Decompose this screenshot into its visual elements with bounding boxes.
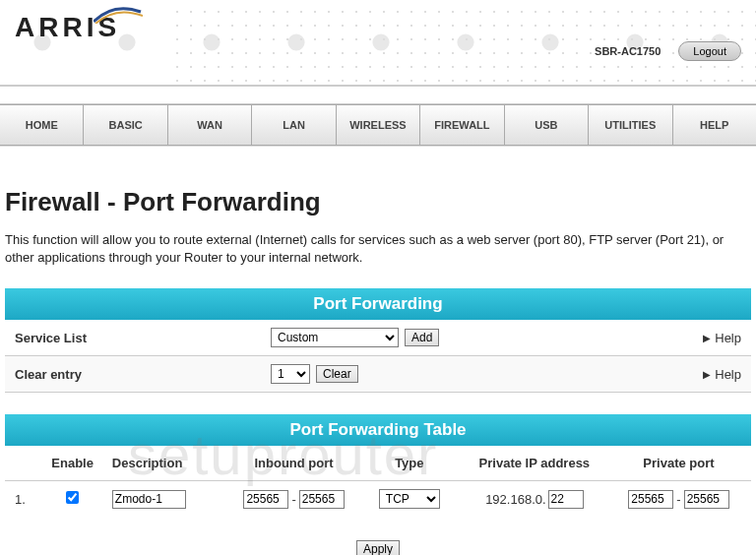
description-input[interactable]	[112, 490, 186, 509]
port-forwarding-header: Port Forwarding	[5, 288, 751, 320]
apply-button[interactable]: Apply	[356, 540, 400, 555]
service-list-label: Service List	[15, 331, 271, 345]
nav-spacer2	[0, 146, 756, 155]
table-header-title: Port Forwarding Table	[5, 414, 751, 446]
header-area: ARRIS SBR-AC1750 Logout	[0, 0, 756, 87]
dash: -	[676, 492, 680, 507]
nav-utilities[interactable]: UTILITIES	[589, 105, 672, 145]
model-label: SBR-AC1750	[595, 45, 661, 57]
help-link-service[interactable]: ▶ Help	[672, 331, 741, 345]
col-description: Description	[106, 456, 221, 470]
table-columns-row: Enable Description Inbound port Type Pri…	[5, 446, 751, 481]
enable-checkbox[interactable]	[66, 491, 79, 504]
col-privport: Private port	[616, 456, 741, 470]
nav-wan[interactable]: WAN	[168, 105, 252, 145]
clear-entry-label: Clear entry	[15, 367, 271, 382]
col-privip: Private IP address	[453, 456, 616, 470]
logo-swoosh-icon	[94, 4, 143, 24]
inbound-end-input[interactable]	[299, 490, 345, 509]
nav-basic[interactable]: BASIC	[84, 105, 167, 145]
help-link-clear[interactable]: ▶ Help	[672, 367, 741, 382]
col-type: Type	[366, 456, 453, 470]
chevron-right-icon: ▶	[703, 333, 711, 343]
brand-logo: ARRIS	[15, 12, 120, 43]
port-forwarding-section: Port Forwarding Service List Custom Add …	[5, 288, 751, 393]
table-row: 1. - TCP 192.168.0.	[5, 481, 751, 517]
ip-prefix: 192.168.0.	[485, 492, 545, 507]
nav-help[interactable]: HELP	[673, 105, 756, 145]
page-title: Firewall - Port Forwarding	[5, 187, 751, 217]
private-start-input[interactable]	[628, 490, 673, 509]
col-enable: Enable	[38, 456, 105, 470]
col-inbound: Inbound port	[221, 456, 366, 470]
nav-wireless[interactable]: WIRELESS	[337, 105, 420, 145]
type-select[interactable]: TCP	[379, 489, 440, 509]
nav-spacer	[0, 87, 756, 104]
page-description: This function will allow you to route ex…	[5, 231, 748, 267]
inbound-start-input[interactable]	[243, 490, 288, 509]
private-end-input[interactable]	[684, 490, 729, 509]
nav-firewall[interactable]: FIREWALL	[420, 105, 504, 145]
nav-lan[interactable]: LAN	[252, 105, 336, 145]
main-nav: HOME BASIC WAN LAN WIRELESS FIREWALL USB…	[0, 104, 756, 146]
private-ip-input[interactable]	[548, 490, 584, 509]
chevron-right-icon: ▶	[703, 369, 711, 380]
clear-button[interactable]: Clear	[316, 365, 358, 383]
service-list-select[interactable]: Custom	[271, 328, 399, 347]
nav-usb[interactable]: USB	[505, 105, 589, 145]
clear-entry-select[interactable]: 1	[271, 364, 310, 384]
add-button[interactable]: Add	[405, 329, 439, 346]
nav-home[interactable]: HOME	[0, 105, 84, 145]
main-content: Firewall - Port Forwarding This function…	[0, 155, 756, 555]
dash: -	[291, 492, 295, 507]
row-number: 1.	[15, 492, 38, 507]
port-forwarding-table-section: Port Forwarding Table Enable Description…	[5, 414, 751, 517]
logout-button[interactable]: Logout	[678, 41, 741, 61]
